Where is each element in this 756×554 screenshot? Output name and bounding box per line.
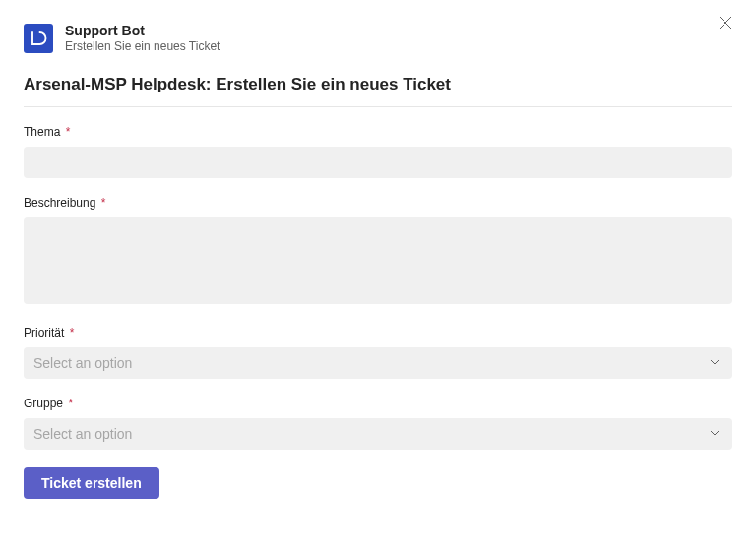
priority-placeholder: Select an option <box>33 355 132 371</box>
description-label-text: Beschreibung <box>24 196 95 210</box>
app-subtitle: Erstellen Sie ein neues Ticket <box>65 39 220 55</box>
close-icon <box>719 16 732 33</box>
close-button[interactable] <box>717 16 734 33</box>
group-field: Gruppe * Select an option <box>24 397 732 450</box>
priority-select[interactable]: Select an option <box>24 347 732 379</box>
subject-field: Thema * <box>24 125 732 178</box>
priority-label: Priorität * <box>24 326 732 339</box>
app-name: Support Bot <box>65 22 220 39</box>
dialog-header: Support Bot Erstellen Sie ein neues Tick… <box>24 22 732 55</box>
group-placeholder: Select an option <box>33 426 132 442</box>
group-label-text: Gruppe <box>24 397 63 410</box>
group-select[interactable]: Select an option <box>24 418 732 450</box>
create-ticket-button[interactable]: Ticket erstellen <box>24 467 159 499</box>
required-mark: * <box>66 125 71 139</box>
required-mark: * <box>101 196 106 210</box>
create-ticket-dialog: Support Bot Erstellen Sie ein neues Tick… <box>0 0 756 519</box>
description-label: Beschreibung * <box>24 196 732 210</box>
subject-input[interactable] <box>24 147 732 178</box>
subject-label: Thema * <box>24 125 732 139</box>
app-icon <box>24 24 53 53</box>
group-label: Gruppe * <box>24 397 732 410</box>
description-field: Beschreibung * <box>24 196 732 308</box>
description-input[interactable] <box>24 217 732 304</box>
priority-label-text: Priorität <box>24 326 64 339</box>
required-mark: * <box>68 397 73 410</box>
subject-label-text: Thema <box>24 125 60 139</box>
priority-field: Priorität * Select an option <box>24 326 732 379</box>
required-mark: * <box>70 326 75 339</box>
form-title: Arsenal-MSP Helpdesk: Erstellen Sie ein … <box>24 75 732 107</box>
